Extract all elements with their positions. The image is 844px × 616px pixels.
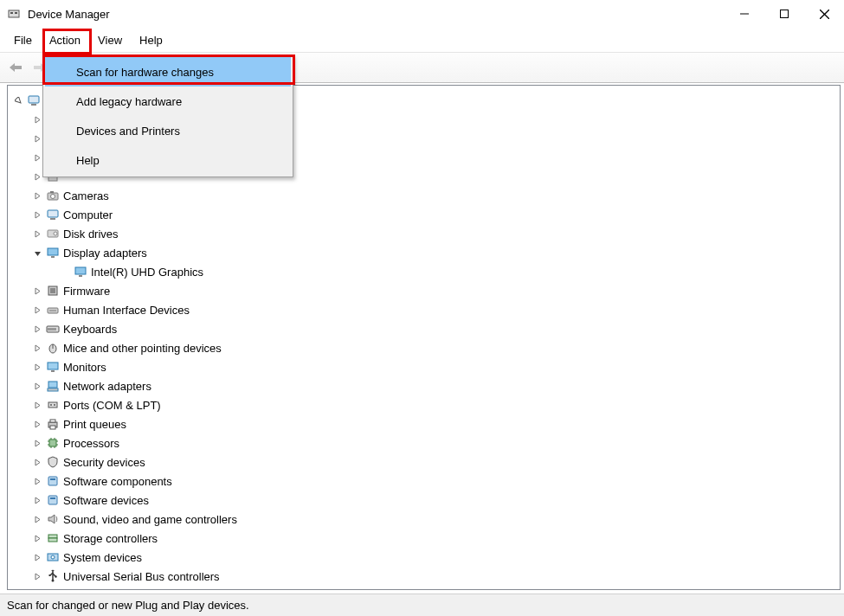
- svg-rect-18: [48, 210, 58, 217]
- menu-help[interactable]: Help: [131, 28, 171, 52]
- expander-closed-icon[interactable]: [32, 305, 42, 315]
- tree-row[interactable]: Cameras: [11, 186, 836, 205]
- tree-item-label: Software devices: [63, 494, 149, 507]
- tree-row[interactable]: Keyboards: [11, 319, 836, 338]
- close-button[interactable]: [804, 0, 844, 28]
- expander-closed-icon[interactable]: [32, 114, 42, 125]
- svg-rect-19: [50, 218, 55, 220]
- tree-row[interactable]: Firmware: [11, 281, 836, 300]
- tree-item-label: Network adapters: [63, 380, 151, 393]
- tree-row[interactable]: Processors: [11, 433, 836, 452]
- security-icon: [46, 455, 60, 469]
- expander-closed-icon[interactable]: [32, 438, 42, 448]
- expander-closed-icon[interactable]: [32, 400, 42, 410]
- tree-row[interactable]: Security devices: [11, 452, 836, 472]
- expander-closed-icon[interactable]: [32, 228, 42, 239]
- display-icon: [74, 265, 87, 279]
- tree-row[interactable]: Intel(R) UHD Graphics: [11, 262, 836, 281]
- mouse-icon: [46, 341, 60, 355]
- tree-row[interactable]: Sound, video and game controllers: [11, 510, 836, 529]
- software-icon: [46, 474, 60, 488]
- expander-closed-icon[interactable]: [32, 286, 42, 296]
- tree-item-label: Firmware: [63, 285, 110, 298]
- svg-point-64: [51, 555, 55, 559]
- svg-rect-27: [50, 288, 55, 293]
- menu-action[interactable]: Action: [41, 28, 89, 52]
- tree-row[interactable]: System devices: [11, 548, 836, 567]
- svg-rect-46: [50, 420, 55, 422]
- expander-closed-icon[interactable]: [32, 190, 42, 201]
- expander-closed-icon[interactable]: [32, 533, 42, 543]
- expander-open-icon[interactable]: [32, 247, 42, 258]
- tree-item-label: Display adapters: [63, 247, 147, 260]
- svg-rect-0: [9, 10, 19, 17]
- tree-item-label: Ports (COM & LPT): [63, 399, 161, 412]
- svg-rect-10: [31, 104, 36, 106]
- svg-rect-67: [49, 574, 51, 576]
- tree-item-label: Keyboards: [63, 323, 117, 336]
- toolbar-back-button[interactable]: [5, 57, 26, 78]
- computer-icon: [27, 93, 41, 107]
- port-icon: [46, 398, 60, 412]
- camera-icon: [46, 189, 60, 202]
- menu-devices-and-printers[interactable]: Devices and Printers: [45, 116, 291, 145]
- menu-view[interactable]: View: [89, 28, 131, 52]
- tree-row[interactable]: Software devices: [11, 491, 836, 510]
- expander-closed-icon[interactable]: [32, 324, 42, 334]
- tree-item-label: System devices: [63, 551, 142, 564]
- expander-closed-icon[interactable]: [32, 571, 42, 581]
- expander-closed-icon[interactable]: [32, 362, 42, 372]
- svg-rect-61: [48, 535, 57, 538]
- expander-closed-icon[interactable]: [32, 457, 42, 467]
- svg-rect-9: [29, 96, 39, 103]
- minimize-button[interactable]: [725, 0, 764, 28]
- statusbar: Scan for changed or new Plug and Play de…: [0, 594, 844, 616]
- tree-row[interactable]: Storage controllers: [11, 529, 836, 548]
- expander-closed-icon[interactable]: [32, 419, 42, 429]
- menu-scan-hardware-changes[interactable]: Scan for hardware changes: [45, 57, 291, 87]
- tree-item-label: Storage controllers: [63, 532, 158, 545]
- svg-rect-8: [34, 66, 42, 69]
- expander-closed-icon[interactable]: [32, 552, 42, 562]
- tree-row[interactable]: Monitors: [11, 357, 836, 376]
- menu-add-legacy-hardware[interactable]: Add legacy hardware: [45, 87, 291, 116]
- expander-closed-icon[interactable]: [32, 152, 42, 163]
- tree-row[interactable]: Network adapters: [11, 376, 836, 395]
- tree-item-label: Cameras: [63, 189, 109, 202]
- svg-point-44: [54, 404, 55, 406]
- tree-row[interactable]: Computer: [11, 205, 836, 224]
- menu-help[interactable]: Help: [45, 145, 291, 175]
- printer-icon: [46, 417, 60, 431]
- storage-icon: [46, 531, 60, 545]
- expander-closed-icon[interactable]: [32, 514, 42, 524]
- tree-row[interactable]: Mice and other pointing devices: [11, 338, 836, 357]
- svg-rect-22: [48, 248, 58, 255]
- tree-row[interactable]: Ports (COM & LPT): [11, 395, 836, 414]
- maximize-button[interactable]: [764, 0, 804, 28]
- tree-item-label: Computer: [63, 209, 113, 221]
- svg-rect-60: [50, 497, 55, 499]
- tree-row[interactable]: Display adapters: [11, 243, 836, 262]
- expander-open-icon[interactable]: [13, 95, 23, 106]
- tree-row[interactable]: Print queues: [11, 414, 836, 433]
- expander-closed-icon[interactable]: [32, 171, 42, 182]
- svg-rect-4: [781, 10, 789, 18]
- tree-row[interactable]: Universal Serial Bus controllers: [11, 567, 836, 586]
- window-title: Device Manager: [28, 8, 110, 21]
- menu-file[interactable]: File: [5, 28, 41, 52]
- svg-rect-39: [51, 370, 55, 372]
- expander-closed-icon[interactable]: [32, 209, 42, 220]
- tree-row[interactable]: Software components: [11, 472, 836, 491]
- tree-row[interactable]: Disk drives: [11, 224, 836, 243]
- svg-rect-42: [48, 402, 57, 407]
- usb-icon: [46, 569, 60, 583]
- expander-closed-icon[interactable]: [32, 476, 42, 486]
- expander-closed-icon[interactable]: [32, 133, 42, 144]
- app-icon: [7, 7, 21, 21]
- expander-closed-icon[interactable]: [32, 343, 42, 353]
- svg-point-43: [50, 404, 52, 406]
- expander-closed-icon[interactable]: [32, 381, 42, 391]
- tree-item-label: Sound, video and game controllers: [63, 513, 237, 526]
- expander-closed-icon[interactable]: [32, 495, 42, 505]
- tree-row[interactable]: Human Interface Devices: [11, 300, 836, 319]
